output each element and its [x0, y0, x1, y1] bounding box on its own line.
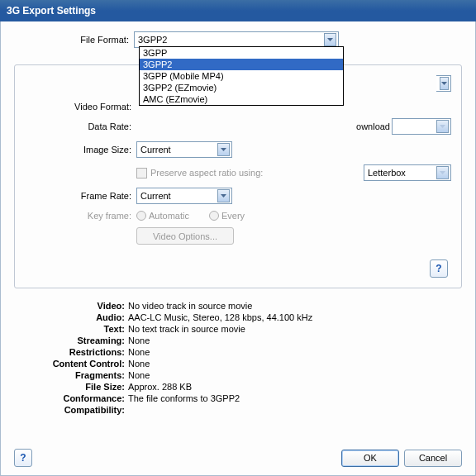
summary-row: Restrictions:None: [21, 346, 462, 358]
summary-row: Compatibility:: [21, 404, 462, 416]
letterbox-select[interactable]: Letterbox: [364, 164, 451, 181]
chevron-down-icon[interactable]: [436, 166, 449, 179]
summary-row: File Size:Approx. 288 KB: [21, 381, 462, 393]
video-options-button: Video Options...: [136, 227, 234, 245]
summary-row: Conformance:The file conforms to 3GPP2: [21, 393, 462, 404]
file-format-value: 3GPP2: [138, 35, 167, 45]
video-format-label: Video Format:: [17, 102, 136, 112]
chevron-down-icon[interactable]: [436, 120, 449, 133]
frame-rate-label: Frame Rate:: [17, 191, 136, 201]
chevron-down-icon[interactable]: [440, 77, 449, 90]
ok-button[interactable]: OK: [341, 450, 399, 467]
key-frame-auto-radio: [136, 211, 146, 221]
key-frame-label: Key frame:: [17, 211, 136, 221]
chevron-down-icon[interactable]: [324, 33, 336, 46]
summary-row: Audio:AAC-LC Music, Stereo, 128 kbps, 44…: [21, 312, 462, 323]
frame-rate-select[interactable]: Current: [136, 188, 232, 204]
key-frame-every-label: Every: [221, 211, 245, 221]
data-rate-select[interactable]: [392, 118, 451, 135]
summary-block: Video:No video track in source movie Aud…: [14, 300, 462, 416]
key-frame-auto-label: Automatic: [149, 211, 189, 221]
file-format-row: File Format: 3GPP2: [14, 31, 462, 48]
dialog-footer: ? OK Cancel: [14, 449, 462, 467]
summary-row: Streaming:None: [21, 335, 462, 346]
file-format-select[interactable]: 3GPP2: [134, 31, 339, 48]
file-format-option[interactable]: 3GPP (Mobile MP4): [140, 70, 343, 82]
summary-row: Content Control:None: [21, 358, 462, 369]
cancel-button[interactable]: Cancel: [404, 450, 462, 467]
window-title: 3G Export Settings: [7, 5, 96, 17]
file-format-option[interactable]: 3GPP2: [140, 59, 343, 70]
summary-row: Text:No text track in source movie: [21, 323, 462, 335]
tabs-arrow[interactable]: [436, 75, 451, 92]
file-format-option[interactable]: 3GPP2 (EZmovie): [140, 82, 343, 93]
key-frame-every-radio: [209, 211, 219, 221]
help-button[interactable]: ?: [14, 449, 32, 467]
client-area: File Format: 3GPP2 3GPP 3GPP2 3GPP (Mobi…: [0, 21, 476, 476]
data-rate-label: Data Rate:: [17, 121, 136, 131]
window-titlebar: 3G Export Settings: [0, 0, 476, 21]
image-size-select[interactable]: Current: [136, 141, 232, 158]
chevron-down-icon[interactable]: [217, 189, 230, 202]
data-rate-extra: ownload: [356, 121, 390, 131]
summary-row: Video:No video track in source movie: [21, 300, 462, 312]
file-format-label: File Format:: [14, 35, 134, 45]
help-button[interactable]: ?: [430, 259, 448, 278]
file-format-option[interactable]: 3GPP: [140, 47, 343, 59]
preserve-aspect-checkbox: [136, 168, 147, 178]
file-format-dropdown-list[interactable]: 3GPP 3GPP2 3GPP (Mobile MP4) 3GPP2 (EZmo…: [139, 46, 344, 106]
preserve-aspect-label: Preserve aspect ratio using:: [150, 168, 263, 178]
chevron-down-icon[interactable]: [217, 143, 230, 156]
summary-row: Fragments:None: [21, 369, 462, 381]
file-format-option[interactable]: AMC (EZmovie): [140, 93, 343, 105]
image-size-label: Image Size:: [17, 145, 136, 155]
